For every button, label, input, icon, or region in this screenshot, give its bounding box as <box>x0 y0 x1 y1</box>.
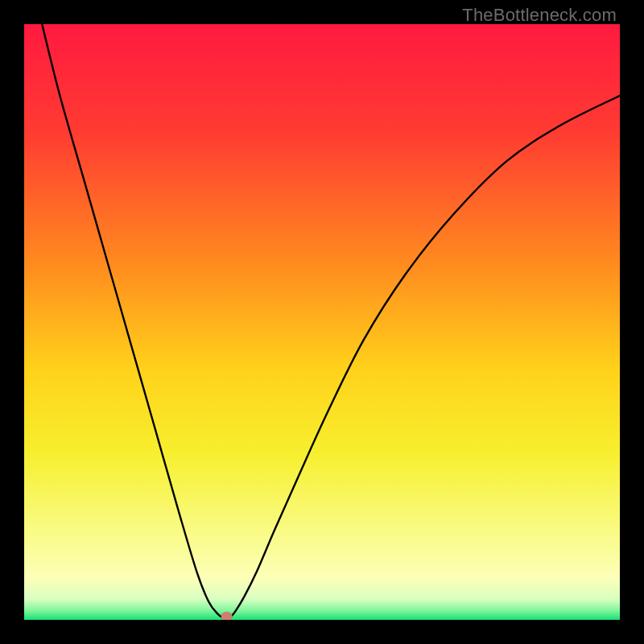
gradient-background <box>24 24 620 620</box>
watermark-text: TheBottleneck.com <box>462 5 617 26</box>
plot-area <box>24 24 620 620</box>
chart-svg <box>24 24 620 620</box>
chart-frame <box>24 24 620 620</box>
